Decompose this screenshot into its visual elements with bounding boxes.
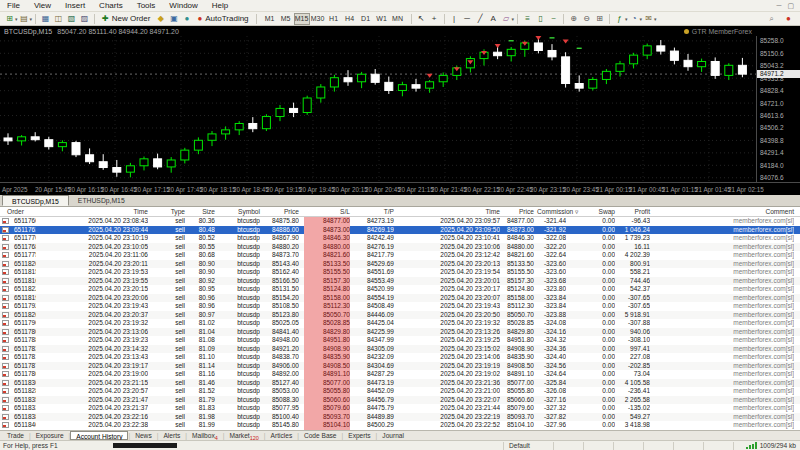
history-row[interactable]: 651182602025.04.20 23:20:37sell80.97btcu… <box>0 311 800 320</box>
candlestick-canvas[interactable] <box>0 36 756 182</box>
navigator-icon[interactable]: ▧ <box>65 13 78 25</box>
chart-tab-ethusdp[interactable]: ETHUSDp,M15 <box>69 195 134 206</box>
column-header-size[interactable]: Size <box>188 208 215 215</box>
history-row[interactable]: 651181902025.04.20 23:20:06sell80.96btcu… <box>0 294 800 303</box>
column-header-price[interactable]: Price <box>263 208 299 215</box>
restore-icon[interactable]: ▢ <box>787 2 794 10</box>
candlestick-icon[interactable]: ▯ <box>534 13 547 25</box>
history-row[interactable]: 651182042025.04.20 23:20:11sell80.90btcu… <box>0 260 800 269</box>
history-row[interactable]: 651183002025.04.20 23:21:15sell81.46btcu… <box>0 379 800 388</box>
menu-view[interactable]: View <box>27 0 58 12</box>
timeframe-m1[interactable]: M1 <box>262 13 278 25</box>
terminal-tab-experts[interactable]: Experts <box>343 431 375 440</box>
time-axis[interactable]: Apr 202520 Apr 15:4520 Apr 16:1520 Apr 1… <box>0 182 800 195</box>
column-header-tp[interactable]: T/P <box>353 208 394 215</box>
metaeditor-icon[interactable]: ◆ <box>154 13 167 25</box>
history-table-header[interactable]: OrderTimeTypeSizeSymbolPriceS/LT/PTimePr… <box>0 207 800 217</box>
timeframe-m15[interactable]: M15 <box>294 13 310 25</box>
text-icon[interactable]: A <box>487 13 500 25</box>
trendline-icon[interactable]: ╱ <box>474 13 487 25</box>
history-row[interactable]: 651176042025.04.20 23:08:43sell80.36btcu… <box>0 217 800 226</box>
community-icon[interactable]: ● <box>180 13 193 25</box>
data-window-icon[interactable]: ◫ <box>52 13 65 25</box>
column-header-sl[interactable]: S/L <box>304 208 350 215</box>
shapes-icon-dropdown[interactable]: ▾ <box>512 16 515 22</box>
timeframe-d1[interactable]: D1 <box>358 13 374 25</box>
history-row[interactable]: 651178002025.04.20 23:13:06sell81.04btcu… <box>0 328 800 337</box>
terminal-tab-code-base[interactable]: Code Base <box>299 431 342 440</box>
timeframe-w1[interactable]: W1 <box>374 13 390 25</box>
timeframe-m5[interactable]: M5 <box>278 13 294 25</box>
terminal-tab-articles[interactable]: Articles <box>266 431 298 440</box>
price-chart[interactable]: 85258.085150.685043.284935.884828.484721… <box>0 36 800 182</box>
hline-icon[interactable]: ─ <box>461 13 474 25</box>
history-row[interactable]: 651182202025.04.20 23:20:15sell80.95btcu… <box>0 285 800 294</box>
terminal-tab-mailbox[interactable]: Mailbox4 <box>187 431 223 440</box>
strategy-tester-icon[interactable]: ▣ <box>167 13 180 25</box>
barchart-icon[interactable]: ≡ <box>521 13 534 25</box>
column-header-time[interactable]: Time <box>397 208 500 215</box>
cursor-icon[interactable]: ↖ <box>415 13 428 25</box>
history-row[interactable]: 651178702025.04.20 23:19:17sell81.14btcu… <box>0 362 800 371</box>
history-row[interactable]: 651177042025.04.20 23:10:19sell80.52btcu… <box>0 234 800 243</box>
history-row[interactable]: 651178602025.04.20 23:19:00sell81.16btcu… <box>0 370 800 379</box>
history-row[interactable]: 651184002025.04.20 23:22:38sell81.99btcu… <box>0 421 800 430</box>
terminal-tab-journal[interactable]: Journal <box>377 431 409 440</box>
history-row[interactable]: 651176382025.04.20 23:09:44sell80.48btcu… <box>0 226 800 235</box>
terminal-tab-news[interactable]: News <box>130 431 157 440</box>
minimize-icon[interactable]: ─ <box>776 2 781 10</box>
terminal-tab-alerts[interactable]: Alerts <box>158 431 185 440</box>
column-header-order[interactable]: Order <box>7 208 24 215</box>
record-icon[interactable]: ● <box>782 13 795 25</box>
chart-tab-btcusdp[interactable]: BTCUSDp,M15 <box>2 195 69 206</box>
history-row[interactable]: 651177502025.04.20 23:11:06sell80.68btcu… <box>0 251 800 260</box>
menu-insert[interactable]: Insert <box>58 0 92 12</box>
column-header-time[interactable]: Time <box>40 208 148 215</box>
menu-window[interactable]: Window <box>162 0 204 12</box>
terminal-tab-market[interactable]: Market120 <box>225 431 264 440</box>
terminal-tab-trade[interactable]: Trade <box>2 431 29 440</box>
history-row[interactable]: 651183302025.04.20 23:21:37sell81.83btcu… <box>0 404 800 413</box>
timeframe-mn[interactable]: MN <box>390 13 406 25</box>
vline-icon[interactable]: | <box>448 13 461 25</box>
menu-help[interactable]: Help <box>205 0 235 12</box>
autotrading-button[interactable]: ● AutoTrading <box>193 13 252 25</box>
column-header-comment[interactable]: Comment <box>653 208 794 215</box>
column-header-price[interactable]: Price <box>503 208 534 215</box>
search-icon[interactable]: ⌕ <box>765 13 778 25</box>
history-row[interactable]: 651181502025.04.20 23:19:53sell80.90btcu… <box>0 268 800 277</box>
terminal-icon[interactable]: ▨ <box>78 13 91 25</box>
templates-icon-dropdown[interactable]: ▾ <box>654 16 657 22</box>
column-header-symbol[interactable]: Symbol <box>218 208 260 215</box>
history-row[interactable]: 651178302025.04.20 23:14:32sell81.09btcu… <box>0 345 800 354</box>
menu-file[interactable]: File <box>0 0 27 12</box>
terminal-tab-exposure[interactable]: Exposure <box>31 431 69 440</box>
tile-windows-icon[interactable]: ⊞ <box>593 13 606 25</box>
terminal-tab-account-history[interactable]: Account History <box>70 431 128 440</box>
menu-tools[interactable]: Tools <box>130 0 163 12</box>
column-header-profit[interactable]: Profit <box>618 208 650 215</box>
history-row[interactable]: 651182802025.04.20 23:20:57sell81.52btcu… <box>0 387 800 396</box>
crosshair-icon[interactable]: + <box>428 13 441 25</box>
zoom-out-icon[interactable]: ⊖ <box>580 13 593 25</box>
linechart-icon[interactable]: ~ <box>547 13 560 25</box>
new-order-button[interactable]: ✚ New Order <box>98 13 154 25</box>
history-row[interactable]: 651183802025.04.20 23:22:16sell81.98btcu… <box>0 413 800 422</box>
history-row[interactable]: 651179002025.04.20 23:19:32sell81.02btcu… <box>0 319 800 328</box>
price-axis[interactable]: 85258.085150.685043.284935.884828.484721… <box>756 36 800 182</box>
zoom-in-icon[interactable]: ⊕ <box>567 13 580 25</box>
history-row[interactable]: 651181602025.04.20 23:19:55sell80.92btcu… <box>0 277 800 286</box>
timeframe-m30[interactable]: M30 <box>310 13 326 25</box>
column-header-swap[interactable]: Swap <box>569 208 615 215</box>
column-header-commission[interactable]: Commission ▿ <box>537 208 566 216</box>
timeframe-h1[interactable]: H1 <box>326 13 342 25</box>
history-row[interactable]: 651179202025.04.20 23:19:43sell80.96btcu… <box>0 302 800 311</box>
menu-charts[interactable]: Charts <box>92 0 130 12</box>
timeframe-h4[interactable]: H4 <box>342 13 358 25</box>
column-header-type[interactable]: Type <box>151 208 185 215</box>
market-watch-icon[interactable]: ▦ <box>39 13 52 25</box>
history-row[interactable]: 651178102025.04.20 23:13:43sell81.10btcu… <box>0 353 800 362</box>
history-row[interactable]: 651183502025.04.20 23:21:47sell81.79btcu… <box>0 396 800 405</box>
history-row[interactable]: 651176802025.04.20 23:10:05sell80.55btcu… <box>0 243 800 252</box>
history-row[interactable]: 651178802025.04.20 23:19:23sell81.08btcu… <box>0 336 800 345</box>
